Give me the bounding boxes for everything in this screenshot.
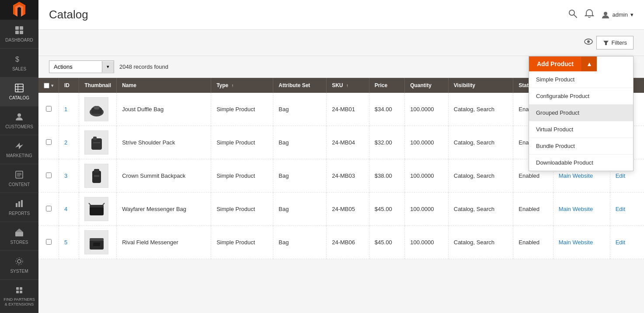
select-all-checkbox[interactable] bbox=[44, 83, 49, 88]
row-id-4[interactable]: 4 bbox=[59, 193, 79, 226]
dropdown-item-simple[interactable]: Simple Product bbox=[529, 71, 633, 88]
row-price-5: $45.00 bbox=[369, 226, 404, 259]
row-id-1[interactable]: 1 bbox=[59, 93, 79, 126]
row-type-5: Simple Product bbox=[211, 226, 273, 259]
row-name-3: Crown Summit Backpack bbox=[117, 159, 211, 193]
row-website-5[interactable]: Main Website bbox=[559, 239, 593, 246]
row-type-1: Simple Product bbox=[211, 93, 273, 126]
svg-text:$: $ bbox=[15, 56, 19, 63]
sidebar: DASHBOARD $ SALES CATALOG CUSTOMERS MARK… bbox=[0, 0, 38, 313]
admin-user-menu[interactable]: admin ▾ bbox=[601, 11, 634, 19]
th-id: ID bbox=[59, 78, 79, 93]
svg-marker-12 bbox=[15, 143, 23, 149]
sidebar-item-system[interactable]: SYSTEM bbox=[0, 251, 38, 280]
row-checkbox-3[interactable] bbox=[46, 172, 52, 178]
row-sku-5: 24-MB06 bbox=[327, 226, 369, 259]
dropdown-item-bundle[interactable]: Bundle Product bbox=[529, 138, 633, 155]
th-attribute-set: Attribute Set bbox=[273, 78, 327, 93]
row-quantity-2: 100.0000 bbox=[405, 126, 449, 159]
sidebar-item-partners[interactable]: FIND PARTNERS & EXTENSIONS bbox=[0, 280, 38, 313]
system-icon bbox=[14, 256, 24, 267]
sidebar-item-marketing[interactable]: MARKETING bbox=[0, 135, 38, 164]
admin-dropdown-icon: ▾ bbox=[630, 11, 634, 18]
product-thumbnail-1 bbox=[84, 97, 108, 121]
sidebar-item-dashboard[interactable]: DASHBOARD bbox=[0, 20, 38, 49]
th-name: Name bbox=[117, 78, 211, 93]
th-type[interactable]: Type ↑ bbox=[211, 78, 273, 93]
row-checkbox-4[interactable] bbox=[46, 206, 52, 211]
row-checkbox-5[interactable] bbox=[46, 239, 52, 245]
dropdown-item-configurable[interactable]: Configurable Product bbox=[529, 88, 633, 105]
sidebar-item-sales[interactable]: $ SALES bbox=[0, 49, 38, 77]
customers-icon bbox=[14, 112, 24, 122]
actions-select-arrow[interactable]: ▾ bbox=[102, 61, 114, 72]
svg-rect-19 bbox=[21, 200, 23, 207]
actions-select-wrapper[interactable]: Actions ▾ bbox=[49, 60, 114, 73]
visibility-icon[interactable] bbox=[584, 37, 593, 48]
svg-rect-49 bbox=[90, 238, 104, 241]
actions-left: Actions ▾ 2048 records found bbox=[49, 60, 168, 73]
row-attr-set-2: Bag bbox=[273, 126, 327, 159]
row-id-5[interactable]: 5 bbox=[59, 226, 79, 259]
row-thumbnail-3 bbox=[79, 159, 117, 193]
th-price: Price bbox=[369, 78, 404, 93]
sidebar-item-stores[interactable]: STORES bbox=[0, 222, 38, 251]
sidebar-item-customers[interactable]: CUSTOMERS bbox=[0, 106, 38, 135]
row-visibility-4: Catalog, Search bbox=[448, 193, 513, 226]
marketing-icon bbox=[14, 141, 24, 151]
admin-avatar-icon bbox=[601, 11, 610, 19]
table-row: 4 Wayfarer Messenger Bag Simple Product … bbox=[38, 193, 644, 226]
svg-point-11 bbox=[17, 113, 21, 117]
row-edit-3[interactable]: Edit bbox=[616, 172, 625, 179]
row-quantity-3: 100.0000 bbox=[405, 159, 449, 193]
sidebar-item-reports[interactable]: REPORTS bbox=[0, 193, 38, 222]
add-product-dropdown: Add Product ▲ Simple ProductConfigurable… bbox=[529, 56, 634, 171]
reports-icon bbox=[14, 198, 24, 209]
svg-rect-50 bbox=[93, 243, 100, 246]
row-checkbox-1[interactable] bbox=[46, 106, 52, 112]
row-edit-5[interactable]: Edit bbox=[616, 239, 625, 246]
th-sku[interactable]: SKU ↑ bbox=[327, 78, 369, 93]
row-thumbnail-4 bbox=[79, 193, 117, 226]
svg-point-32 bbox=[587, 40, 590, 43]
row-edit-4[interactable]: Edit bbox=[616, 206, 625, 212]
th-checkbox[interactable]: ▾ bbox=[38, 78, 59, 93]
add-product-arrow-button[interactable]: ▲ bbox=[581, 56, 597, 71]
stores-icon bbox=[14, 227, 24, 238]
sidebar-item-content[interactable]: CONTENT bbox=[0, 164, 38, 193]
svg-rect-5 bbox=[20, 31, 23, 34]
dropdown-item-virtual[interactable]: Virtual Product bbox=[529, 121, 633, 138]
row-id-2[interactable]: 2 bbox=[59, 126, 79, 159]
th-quantity: Quantity bbox=[405, 78, 449, 93]
row-id-3[interactable]: 3 bbox=[59, 159, 79, 193]
svg-rect-24 bbox=[16, 287, 19, 290]
row-attr-set-1: Bag bbox=[273, 93, 327, 126]
row-checkbox-cell bbox=[38, 159, 59, 193]
row-attr-set-3: Bag bbox=[273, 159, 327, 193]
row-thumbnail-1 bbox=[79, 93, 117, 126]
content-icon bbox=[14, 169, 24, 180]
row-checkbox-2[interactable] bbox=[46, 139, 52, 145]
svg-rect-37 bbox=[94, 106, 99, 109]
topbar: Catalog admin ▾ bbox=[38, 0, 644, 30]
th-checkbox-dropdown[interactable]: ▾ bbox=[51, 83, 53, 88]
row-name-5: Rival Field Messenger bbox=[117, 226, 211, 259]
filters-button[interactable]: Filters bbox=[596, 36, 634, 49]
sidebar-item-catalog[interactable]: CATALOG bbox=[0, 77, 38, 106]
row-visibility-3: Catalog, Search bbox=[448, 159, 513, 193]
actions-select[interactable]: Actions bbox=[49, 61, 102, 73]
svg-rect-45 bbox=[90, 205, 104, 207]
svg-rect-18 bbox=[18, 201, 20, 207]
svg-rect-2 bbox=[15, 26, 19, 30]
dropdown-item-downloadable[interactable]: Downloadable Product bbox=[529, 155, 633, 171]
dropdown-item-grouped[interactable]: Grouped Product bbox=[529, 105, 633, 121]
dropdown-items-container: Simple ProductConfigurable ProductGroupe… bbox=[529, 71, 633, 171]
notifications-icon[interactable] bbox=[585, 9, 594, 21]
row-website-3[interactable]: Main Website bbox=[559, 172, 593, 179]
search-icon[interactable] bbox=[568, 9, 578, 21]
row-checkbox-cell bbox=[38, 226, 59, 259]
add-product-main-button[interactable]: Add Product bbox=[529, 56, 581, 71]
row-checkbox-cell bbox=[38, 193, 59, 226]
row-price-2: $32.00 bbox=[369, 126, 404, 159]
row-website-4[interactable]: Main Website bbox=[559, 206, 593, 212]
